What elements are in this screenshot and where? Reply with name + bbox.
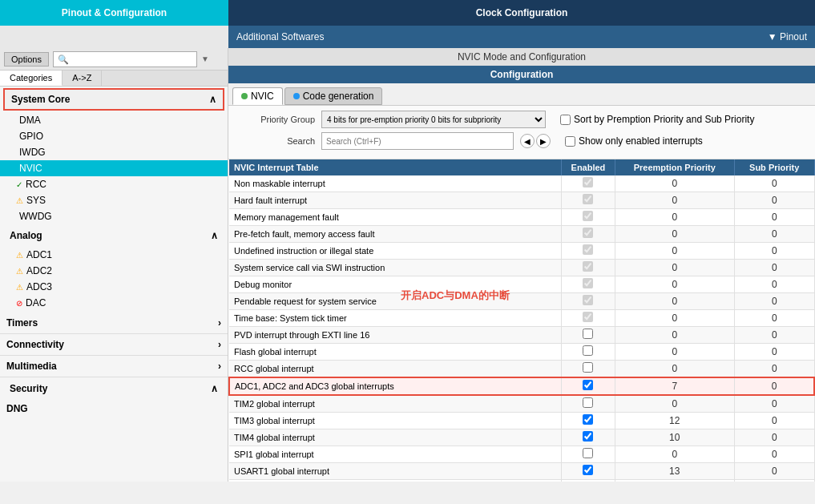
dac-icon: ⊘ — [16, 299, 22, 308]
enabled-cell — [562, 293, 615, 310]
analog-section: Analog ∧ ⚠ ADC1 ⚠ ADC2 ⚠ ADC3 ⊘ DAC — [0, 226, 228, 311]
sidebar-item-dng[interactable]: DNG — [0, 400, 228, 417]
adc1-icon: ⚠ — [16, 251, 23, 260]
enabled-cell — [562, 446, 615, 463]
interrupt-name: PVD interrupt through EXTI line 16 — [229, 327, 562, 344]
preemption-cell: 0 — [615, 209, 734, 226]
enabled-checkbox[interactable] — [583, 345, 593, 356]
interrupt-name: RCC global interrupt — [229, 361, 562, 378]
enabled-checkbox[interactable] — [583, 380, 593, 390]
enabled-checkbox[interactable] — [583, 295, 593, 305]
sidebar-item-dac[interactable]: ⊘ DAC — [0, 295, 228, 311]
connectivity-header[interactable]: Connectivity › — [0, 334, 228, 356]
enabled-checkbox[interactable] — [583, 397, 593, 408]
table-row: TIM4 global interrupt100 — [229, 429, 814, 446]
sort-checkbox[interactable] — [560, 115, 571, 125]
sidebar-item-adc2[interactable]: ⚠ ADC2 — [0, 263, 228, 279]
adc2-icon: ⚠ — [16, 267, 23, 276]
sidebar-item-adc1[interactable]: ⚠ ADC1 — [0, 247, 228, 263]
table-row: Pendable request for system service00 — [229, 293, 814, 310]
sub-priority-cell: 0 — [734, 327, 814, 344]
timers-header[interactable]: Timers › — [0, 312, 228, 334]
sub-priority-cell: 0 — [734, 293, 814, 310]
priority-group-select[interactable]: 4 bits for pre-emption priority 0 bits f… — [321, 111, 546, 128]
enabled-cell — [562, 175, 615, 192]
tab-code-generation[interactable]: Code generation — [284, 87, 383, 105]
sub-priority-cell: 0 — [734, 446, 814, 463]
preemption-cell: 0 — [615, 310, 734, 327]
table-row: Debug monitor00 — [229, 276, 814, 293]
config-header: Configuration — [228, 66, 815, 83]
sidebar-item-adc3[interactable]: ⚠ ADC3 — [0, 279, 228, 295]
tab-nvic[interactable]: NVIC — [232, 87, 283, 105]
clock-config-header: Clock Configuration — [228, 0, 815, 26]
enabled-cell — [562, 361, 615, 378]
search-dropdown-arrow[interactable]: ▼ — [201, 54, 209, 63]
interrupt-name: Hard fault interrupt — [229, 192, 562, 209]
preemption-cell: 0 — [615, 192, 734, 209]
table-row: Undefined instruction or illegal state00 — [229, 243, 814, 260]
enabled-checkbox[interactable] — [583, 278, 593, 288]
enabled-checkbox[interactable] — [583, 414, 593, 425]
system-core-header[interactable]: System Core ∧ — [3, 88, 224, 111]
security-header[interactable]: Security ∧ — [3, 379, 224, 398]
sidebar-item-gpio[interactable]: GPIO — [0, 128, 228, 144]
nvic-search-input[interactable] — [321, 132, 514, 150]
nvic-tab-dot — [241, 93, 248, 99]
sidebar-item-sys[interactable]: ⚠ SYS — [0, 192, 228, 208]
enabled-cell — [562, 429, 615, 446]
enabled-checkbox[interactable] — [583, 431, 593, 442]
preemption-cell: 0 — [615, 344, 734, 361]
nav-arrows: ◀ ▶ — [520, 134, 551, 148]
preemption-cell: 10 — [615, 429, 734, 446]
sub-priority-cell: 0 — [734, 480, 814, 482]
enabled-cell — [562, 344, 615, 361]
prev-arrow[interactable]: ◀ — [520, 134, 535, 148]
enabled-checkbox[interactable] — [583, 211, 593, 221]
sidebar-item-wwdg[interactable]: WWDG — [0, 208, 228, 224]
table-row: SPI1 global interrupt00 — [229, 446, 814, 463]
col-enabled: Enabled — [562, 159, 615, 175]
table-row: Flash global interrupt00 — [229, 344, 814, 361]
atoz-tab[interactable]: A->Z — [63, 71, 102, 86]
table-row: Time base: System tick timer00 — [229, 310, 814, 327]
enabled-checkbox[interactable] — [583, 362, 593, 373]
interrupt-name: Undefined instruction or illegal state — [229, 243, 562, 260]
sidebar-search-input[interactable] — [53, 51, 197, 67]
enabled-checkbox[interactable] — [583, 448, 593, 458]
enabled-cell — [562, 310, 615, 327]
options-button[interactable]: Options — [4, 52, 49, 67]
analog-header[interactable]: Analog ∧ — [3, 226, 224, 245]
enabled-cell — [562, 480, 615, 482]
categories-tab[interactable]: Categories — [0, 71, 63, 86]
second-row-right: Additional Softwares ▼ Pinout — [228, 26, 815, 48]
sub-priority-cell: 0 — [734, 209, 814, 226]
sub-priority-cell: 0 — [734, 395, 814, 413]
interrupt-name: Pendable request for system service — [229, 293, 562, 310]
sidebar-item-dma[interactable]: DMA — [0, 112, 228, 128]
preemption-cell: 0 — [615, 175, 734, 192]
sidebar-item-rcc[interactable]: ✓ RCC — [0, 176, 228, 192]
show-enabled-checkbox[interactable] — [565, 136, 575, 147]
enabled-checkbox[interactable] — [583, 312, 593, 322]
enabled-checkbox[interactable] — [583, 177, 593, 187]
sidebar-item-nvic[interactable]: NVIC — [0, 160, 228, 176]
sub-priority-cell: 0 — [734, 429, 814, 446]
interrupt-name: Memory management fault — [229, 209, 562, 226]
enabled-checkbox[interactable] — [583, 244, 593, 255]
main-content: NVIC Mode and Configuration Configuratio… — [228, 48, 815, 482]
enabled-checkbox[interactable] — [583, 194, 593, 204]
enabled-cell — [562, 260, 615, 276]
next-arrow[interactable]: ▶ — [536, 134, 551, 148]
enabled-checkbox[interactable] — [583, 261, 593, 272]
multimedia-header[interactable]: Multimedia › — [0, 356, 228, 377]
sidebar-item-iwdg[interactable]: IWDG — [0, 144, 228, 160]
enabled-cell — [562, 395, 615, 413]
sub-priority-cell: 0 — [734, 276, 814, 293]
enabled-checkbox[interactable] — [583, 465, 593, 475]
sort-label: Sort by Premption Priority and Sub Prior… — [574, 114, 754, 125]
search-row: Search ◀ ▶ Show only enabled interrupts — [235, 132, 809, 150]
preemption-cell: 12 — [615, 413, 734, 429]
enabled-checkbox[interactable] — [583, 228, 593, 238]
enabled-checkbox[interactable] — [583, 329, 593, 339]
